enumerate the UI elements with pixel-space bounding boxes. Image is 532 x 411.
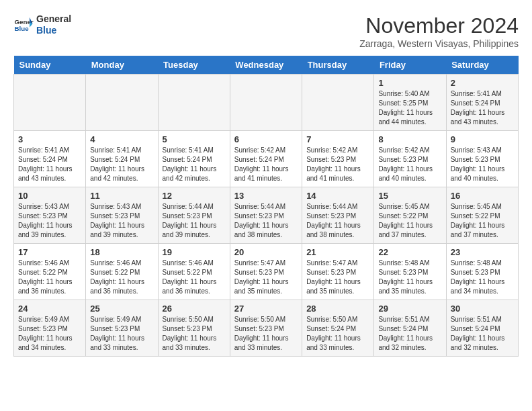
calendar-cell: 19Sunrise: 5:46 AM Sunset: 5:22 PM Dayli… [158,244,230,300]
calendar-table: Sunday Monday Tuesday Wednesday Thursday… [13,56,519,357]
calendar-cell: 9Sunrise: 5:43 AM Sunset: 5:23 PM Daylig… [446,131,518,187]
day-info: Sunrise: 5:41 AM Sunset: 5:24 PM Dayligh… [90,146,153,183]
calendar-cell: 23Sunrise: 5:48 AM Sunset: 5:23 PM Dayli… [446,244,518,300]
day-number: 6 [234,134,298,144]
calendar-week-4: 24Sunrise: 5:49 AM Sunset: 5:23 PM Dayli… [14,300,519,357]
calendar-cell: 17Sunrise: 5:46 AM Sunset: 5:22 PM Dayli… [14,244,86,300]
header-thursday: Thursday [302,56,374,75]
day-info: Sunrise: 5:47 AM Sunset: 5:23 PM Dayligh… [234,259,298,296]
calendar-cell: 25Sunrise: 5:49 AM Sunset: 5:23 PM Dayli… [86,300,158,357]
day-number: 17 [18,247,81,257]
calendar-header: Sunday Monday Tuesday Wednesday Thursday… [14,56,519,75]
calendar-cell: 15Sunrise: 5:45 AM Sunset: 5:22 PM Dayli… [374,187,446,244]
day-number: 4 [90,134,153,144]
calendar-cell: 18Sunrise: 5:46 AM Sunset: 5:22 PM Dayli… [86,244,158,300]
day-number: 30 [451,304,514,314]
svg-text:Blue: Blue [15,25,30,32]
day-info: Sunrise: 5:41 AM Sunset: 5:24 PM Dayligh… [451,89,514,127]
day-number: 18 [90,247,153,257]
day-number: 27 [234,304,298,314]
day-info: Sunrise: 5:50 AM Sunset: 5:23 PM Dayligh… [163,315,226,353]
logo-text-general: General [36,13,71,25]
header-monday: Monday [86,56,158,75]
calendar-cell: 13Sunrise: 5:44 AM Sunset: 5:23 PM Dayli… [230,187,302,244]
day-info: Sunrise: 5:48 AM Sunset: 5:23 PM Dayligh… [378,259,441,296]
day-number: 23 [451,247,514,257]
calendar-cell [86,75,158,131]
day-info: Sunrise: 5:49 AM Sunset: 5:23 PM Dayligh… [90,315,153,353]
day-info: Sunrise: 5:43 AM Sunset: 5:23 PM Dayligh… [18,202,81,240]
calendar-cell: 6Sunrise: 5:42 AM Sunset: 5:24 PM Daylig… [230,131,302,187]
day-number: 10 [18,191,81,201]
calendar-cell: 14Sunrise: 5:44 AM Sunset: 5:23 PM Dayli… [302,187,374,244]
calendar-cell: 28Sunrise: 5:50 AM Sunset: 5:24 PM Dayli… [302,300,374,357]
logo-text-blue: Blue [36,25,71,36]
calendar-week-0: 1Sunrise: 5:40 AM Sunset: 5:25 PM Daylig… [14,75,519,131]
calendar-cell: 24Sunrise: 5:49 AM Sunset: 5:23 PM Dayli… [14,300,86,357]
day-info: Sunrise: 5:41 AM Sunset: 5:24 PM Dayligh… [18,146,81,183]
calendar-cell: 21Sunrise: 5:47 AM Sunset: 5:23 PM Dayli… [302,244,374,300]
day-info: Sunrise: 5:43 AM Sunset: 5:23 PM Dayligh… [451,146,514,183]
calendar-cell [158,75,230,131]
day-number: 15 [378,191,441,201]
day-number: 22 [378,247,441,257]
day-number: 7 [306,134,369,144]
header: General Blue General Blue November 2024 … [13,13,519,49]
day-info: Sunrise: 5:51 AM Sunset: 5:24 PM Dayligh… [451,315,514,353]
calendar-cell: 1Sunrise: 5:40 AM Sunset: 5:25 PM Daylig… [374,75,446,131]
calendar-cell: 16Sunrise: 5:45 AM Sunset: 5:22 PM Dayli… [446,187,518,244]
day-info: Sunrise: 5:42 AM Sunset: 5:23 PM Dayligh… [378,146,441,183]
day-number: 16 [451,191,514,201]
logo: General Blue General Blue [13,13,71,36]
day-number: 12 [163,191,226,201]
day-info: Sunrise: 5:42 AM Sunset: 5:23 PM Dayligh… [306,146,369,183]
day-number: 8 [378,134,441,144]
calendar-cell: 26Sunrise: 5:50 AM Sunset: 5:23 PM Dayli… [158,300,230,357]
day-info: Sunrise: 5:47 AM Sunset: 5:23 PM Dayligh… [306,259,369,296]
calendar-cell: 5Sunrise: 5:41 AM Sunset: 5:24 PM Daylig… [158,131,230,187]
day-info: Sunrise: 5:48 AM Sunset: 5:23 PM Dayligh… [451,259,514,296]
day-number: 5 [163,134,226,144]
day-number: 28 [306,304,369,314]
day-info: Sunrise: 5:43 AM Sunset: 5:23 PM Dayligh… [90,202,153,240]
calendar-week-1: 3Sunrise: 5:41 AM Sunset: 5:24 PM Daylig… [14,131,519,187]
header-sunday: Sunday [14,56,86,75]
day-info: Sunrise: 5:49 AM Sunset: 5:23 PM Dayligh… [18,315,81,353]
day-info: Sunrise: 5:45 AM Sunset: 5:22 PM Dayligh… [451,202,514,240]
calendar-week-3: 17Sunrise: 5:46 AM Sunset: 5:22 PM Dayli… [14,244,519,300]
calendar-cell [302,75,374,131]
day-number: 1 [378,78,441,88]
day-number: 26 [163,304,226,314]
calendar-cell: 27Sunrise: 5:50 AM Sunset: 5:23 PM Dayli… [230,300,302,357]
day-number: 20 [234,247,298,257]
day-number: 13 [234,191,298,201]
header-saturday: Saturday [446,56,518,75]
calendar-cell [230,75,302,131]
calendar-cell: 2Sunrise: 5:41 AM Sunset: 5:24 PM Daylig… [446,75,518,131]
day-info: Sunrise: 5:44 AM Sunset: 5:23 PM Dayligh… [234,202,298,240]
day-number: 24 [18,304,81,314]
location-title: Zarraga, Western Visayas, Philippines [359,38,519,49]
month-title: November 2024 [359,13,519,38]
calendar-cell: 22Sunrise: 5:48 AM Sunset: 5:23 PM Dayli… [374,244,446,300]
header-friday: Friday [374,56,446,75]
calendar-cell: 29Sunrise: 5:51 AM Sunset: 5:24 PM Dayli… [374,300,446,357]
day-info: Sunrise: 5:44 AM Sunset: 5:23 PM Dayligh… [163,202,226,240]
day-number: 29 [378,304,441,314]
day-info: Sunrise: 5:41 AM Sunset: 5:24 PM Dayligh… [163,146,226,183]
calendar-body: 1Sunrise: 5:40 AM Sunset: 5:25 PM Daylig… [14,75,519,357]
day-number: 11 [90,191,153,201]
day-info: Sunrise: 5:40 AM Sunset: 5:25 PM Dayligh… [378,89,441,127]
calendar-cell: 10Sunrise: 5:43 AM Sunset: 5:23 PM Dayli… [14,187,86,244]
calendar-cell: 7Sunrise: 5:42 AM Sunset: 5:23 PM Daylig… [302,131,374,187]
calendar-cell: 8Sunrise: 5:42 AM Sunset: 5:23 PM Daylig… [374,131,446,187]
title-section: November 2024 Zarraga, Western Visayas, … [359,13,519,49]
calendar-cell: 20Sunrise: 5:47 AM Sunset: 5:23 PM Dayli… [230,244,302,300]
calendar-cell [14,75,86,131]
day-info: Sunrise: 5:50 AM Sunset: 5:24 PM Dayligh… [306,315,369,353]
header-tuesday: Tuesday [158,56,230,75]
day-number: 21 [306,247,369,257]
day-info: Sunrise: 5:51 AM Sunset: 5:24 PM Dayligh… [378,315,441,353]
day-info: Sunrise: 5:46 AM Sunset: 5:22 PM Dayligh… [163,259,226,296]
day-number: 9 [451,134,514,144]
